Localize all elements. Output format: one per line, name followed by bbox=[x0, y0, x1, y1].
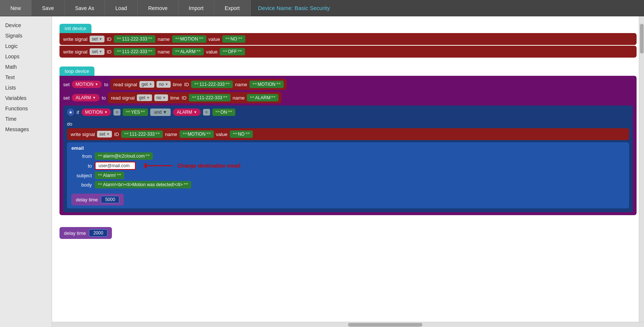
email-from-label: from bbox=[71, 153, 92, 159]
if-op1[interactable]: = bbox=[113, 109, 120, 116]
value-label-2: value bbox=[206, 49, 218, 55]
if-val1-chip: ❝❝YES❞❞ bbox=[123, 109, 148, 116]
email-body-row: body ❝❝Alarm!<br><li>Motion was detected… bbox=[71, 181, 625, 188]
get-dropdown-motion[interactable]: get▼ bbox=[139, 81, 155, 88]
read-signal-label-alarm: read signal bbox=[111, 95, 135, 101]
if-var2-pill[interactable]: ALARM▼ bbox=[173, 109, 200, 116]
id-label-2: ID bbox=[107, 49, 112, 55]
loop-device-section: loop device set MOTION▼ to read signal g… bbox=[59, 67, 637, 215]
sidebar-item-messages[interactable]: Messages bbox=[0, 124, 52, 135]
if-op2[interactable]: = bbox=[203, 109, 210, 116]
email-from-row: from ❝❝alarm@ic2cloud.com❞❞ bbox=[71, 152, 625, 160]
to-label-alarm: to bbox=[102, 95, 106, 101]
write-signal-label-1: write signal bbox=[63, 36, 87, 42]
sidebar-item-text[interactable]: Text bbox=[0, 72, 52, 82]
save-as-button[interactable]: Save As bbox=[65, 0, 105, 16]
get-dropdown-alarm[interactable]: get▼ bbox=[137, 94, 152, 101]
device-name-label: Device Name: Basic Security bbox=[251, 0, 644, 16]
value-label-1: value bbox=[209, 36, 220, 42]
sidebar-item-functions[interactable]: Functions bbox=[0, 103, 52, 114]
set-motion-row: set MOTION▼ to read signal get▼ no▼ time… bbox=[63, 79, 633, 90]
sidebar-item-logic[interactable]: Logic bbox=[0, 41, 52, 51]
star-icon: ★ bbox=[67, 109, 74, 116]
id-label-1: ID bbox=[107, 36, 112, 42]
email-subject-label: subject bbox=[71, 173, 92, 178]
do-write-signal-label: write signal bbox=[71, 132, 95, 137]
sidebar-item-signals[interactable]: Signals bbox=[0, 30, 52, 41]
alarm-var-pill[interactable]: ALARM▼ bbox=[72, 94, 99, 101]
email-label: email bbox=[71, 145, 625, 151]
if-block: ★ if MOTION▼ = ❝❝YES❞❞ and▼ ALARM▼ = ❝❝O… bbox=[63, 106, 633, 119]
no-dropdown-alarm[interactable]: no▼ bbox=[154, 94, 168, 101]
id-label-read-motion: ID bbox=[184, 82, 189, 87]
sidebar-item-loops[interactable]: Loops bbox=[0, 51, 52, 62]
sidebar-item-device[interactable]: Device bbox=[0, 20, 52, 30]
write-signal-block-2: write signal set▼ ID ❝❝111-222-333❞❞ nam… bbox=[59, 46, 637, 58]
name-label-2: name bbox=[158, 49, 170, 55]
email-to-value[interactable]: user@mail.com bbox=[95, 162, 136, 170]
outer-delay-label: delay time bbox=[64, 230, 86, 236]
value-value-chip-2: ❝❝OFF❞❞ bbox=[220, 48, 245, 55]
annotation-container: Change destination email bbox=[145, 162, 241, 170]
email-to-label: to bbox=[71, 163, 92, 169]
canvas: init device write signal set▼ ID ❝❝111-2… bbox=[52, 16, 644, 327]
email-block: email from ❝❝alarm@ic2cloud.com❞❞ to use… bbox=[67, 142, 629, 208]
id-label-read-alarm: ID bbox=[182, 95, 187, 101]
id-value-chip-2: ❝❝111-222-333❞❞ bbox=[114, 48, 155, 55]
if-label: if bbox=[77, 110, 79, 115]
id-value-read-alarm: ❝❝111-222-333❞❞ bbox=[189, 94, 231, 101]
email-body-label: body bbox=[71, 182, 92, 188]
save-button[interactable]: Save bbox=[32, 0, 65, 16]
horizontal-scrollbar[interactable] bbox=[52, 322, 644, 327]
toolbar: New Save Save As Load Remove Import Expo… bbox=[0, 0, 644, 16]
vertical-scrollbar-thumb[interactable] bbox=[640, 24, 644, 54]
read-signal-container-motion: read signal get▼ no▼ time ID ❝❝111-222-3… bbox=[110, 79, 287, 90]
do-id-chip: ❝❝111-222-333❞❞ bbox=[121, 130, 163, 138]
load-button[interactable]: Load bbox=[105, 0, 138, 16]
remove-button[interactable]: Remove bbox=[138, 0, 178, 16]
inner-delay-value[interactable]: 5000 bbox=[101, 196, 119, 203]
new-button[interactable]: New bbox=[0, 0, 32, 16]
do-write-signal-block: write signal set▼ ID ❝❝111-222-333❞❞ nam… bbox=[67, 128, 629, 140]
set-alarm-row: set ALARM▼ to read signal get▼ no▼ time … bbox=[63, 92, 633, 103]
annotation-arrow-svg bbox=[145, 162, 174, 170]
loop-device-header: loop device bbox=[59, 67, 94, 76]
sidebar-item-variables[interactable]: Variables bbox=[0, 93, 52, 103]
inner-delay-block: delay time 5000 bbox=[71, 194, 124, 205]
outer-delay-block: delay time 2000 bbox=[59, 227, 112, 239]
name-value-read-motion: ❝❝MOTION❞❞ bbox=[249, 81, 284, 88]
set-dropdown-1[interactable]: set▼ bbox=[90, 36, 104, 42]
horizontal-scrollbar-thumb[interactable] bbox=[348, 323, 422, 327]
sidebar-item-lists[interactable]: Lists bbox=[0, 82, 52, 93]
import-button[interactable]: Import bbox=[178, 0, 215, 16]
email-subject-row: subject ❝❝Alarm!❞❞ bbox=[71, 172, 625, 179]
vertical-scrollbar[interactable] bbox=[639, 16, 644, 322]
do-set-dropdown[interactable]: set▼ bbox=[97, 131, 112, 137]
if-var1-pill[interactable]: MOTION▼ bbox=[81, 109, 112, 116]
email-body-value: ❝❝Alarm!<br><li>Motion was detected!</li… bbox=[95, 181, 191, 188]
name-value-chip-1: ❝❝MOTION❞❞ bbox=[172, 35, 206, 43]
name-label-read-motion: name bbox=[235, 82, 247, 87]
do-name-chip: ❝❝MOTION❞❞ bbox=[180, 130, 214, 138]
id-value-read-motion: ❝❝111-222-333❞❞ bbox=[191, 81, 233, 88]
value-value-chip-1: ❝❝NO❞❞ bbox=[222, 35, 245, 43]
and-pill[interactable]: and▼ bbox=[150, 109, 171, 116]
read-signal-label-motion: read signal bbox=[113, 82, 137, 87]
name-label-read-alarm: name bbox=[233, 95, 245, 101]
set-dropdown-2[interactable]: set▼ bbox=[90, 48, 104, 55]
no-dropdown-motion[interactable]: no▼ bbox=[157, 81, 170, 88]
email-from-value: ❝❝alarm@ic2cloud.com❞❞ bbox=[95, 152, 153, 160]
write-signal-label-2: write signal bbox=[63, 49, 87, 55]
do-id-label: ID bbox=[114, 132, 119, 137]
export-button[interactable]: Export bbox=[214, 0, 250, 16]
annotation-text: Change destination email bbox=[177, 163, 241, 169]
motion-var-pill[interactable]: MOTION▼ bbox=[72, 81, 102, 88]
outer-delay-value[interactable]: 2000 bbox=[89, 229, 107, 237]
inner-delay-label: delay time bbox=[76, 197, 98, 203]
do-label: do bbox=[67, 121, 629, 127]
sidebar: Device Signals Logic Loops Math Text Lis… bbox=[0, 16, 52, 327]
write-signal-block-1: write signal set▼ ID ❝❝111-222-333❞❞ nam… bbox=[59, 33, 637, 45]
sidebar-item-math[interactable]: Math bbox=[0, 62, 52, 72]
sidebar-item-time[interactable]: Time bbox=[0, 114, 52, 124]
name-label-1: name bbox=[158, 36, 170, 42]
